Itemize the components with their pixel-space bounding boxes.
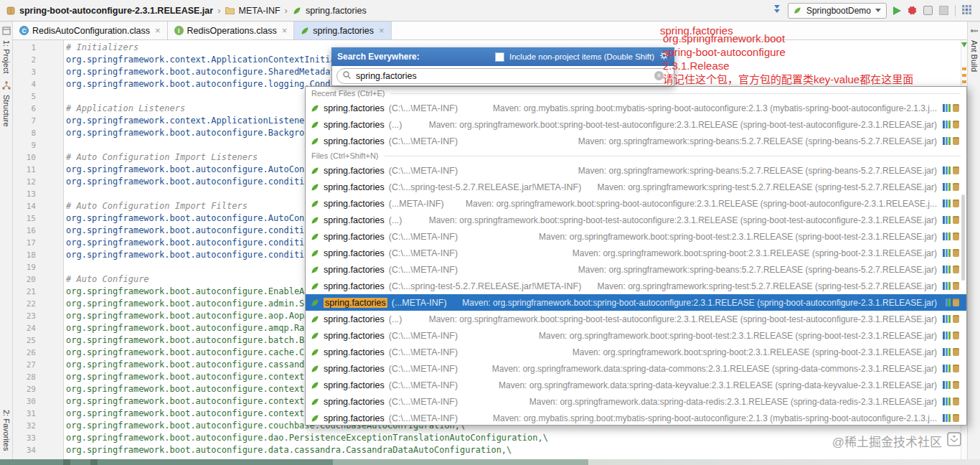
- spring-leaf-icon: [311, 398, 319, 406]
- spring-leaf-icon: [311, 137, 319, 146]
- search-result-row[interactable]: spring.factories (C:\...\META-INF) Maven…: [306, 245, 966, 261]
- line-number: 15: [13, 212, 37, 225]
- jar-icon: [953, 249, 959, 257]
- result-maven-info: Maven: org.springframework.boot:spring-b…: [564, 347, 937, 357]
- search-result-row[interactable]: spring.factories (C:\...\META-INF) Maven…: [306, 344, 966, 360]
- search-result-row[interactable]: spring.factories (...META-INF) Maven: or…: [306, 294, 966, 311]
- window-icon[interactable]: [2, 25, 11, 34]
- search-result-row[interactable]: spring.factories (C:\...\META-INF) Maven…: [306, 162, 966, 179]
- tool-window-button-favorites[interactable]: 2: Favorites: [2, 410, 11, 451]
- search-box[interactable]: ×: [336, 68, 669, 84]
- spring-leaf-icon: [311, 332, 319, 340]
- result-trailing-icons: [943, 199, 959, 207]
- code-line[interactable]: org.springframework.context.ApplicationL…: [66, 115, 320, 127]
- search-result-row[interactable]: spring.factories (C:\...\META-INF) Maven…: [306, 360, 966, 377]
- structure-icon[interactable]: [2, 80, 11, 88]
- search-result-row[interactable]: spring.factories (C:\...\META-INF) Maven…: [306, 228, 966, 245]
- result-filename: spring.factories: [324, 182, 385, 192]
- spring-leaf-icon: [311, 282, 319, 291]
- code-line-row: 34 org.springframework.boot.autoconfigur…: [13, 444, 961, 456]
- search-result-row[interactable]: spring.factories (...) Maven: org.spring…: [306, 212, 966, 228]
- search-result-row[interactable]: spring.factories (...) Maven: org.spring…: [306, 311, 966, 327]
- result-filename: spring.factories: [324, 298, 387, 308]
- jar-icon: [953, 348, 959, 356]
- line-number: 32: [13, 420, 37, 432]
- tab-redis-auto-configuration[interactable]: C RedisAutoConfiguration.class ×: [13, 22, 168, 39]
- code-line[interactable]: # Initializers: [66, 42, 138, 54]
- search-result-row[interactable]: spring.factories (C:\...spring-test-5.2.…: [306, 179, 966, 195]
- line-number: 12: [13, 176, 37, 188]
- warning-marker[interactable]: [962, 80, 966, 83]
- line-number: 1: [13, 42, 37, 54]
- coverage-icon[interactable]: [923, 6, 933, 15]
- search-result-row[interactable]: spring.factories (C:\...\META-INF) Maven…: [306, 377, 966, 393]
- spring-leaf-icon: [311, 381, 319, 390]
- warning-marker[interactable]: [962, 74, 966, 77]
- tool-windows-grid-icon[interactable]: [962, 5, 971, 17]
- code-line[interactable]: # Auto Configuration Import Listeners: [66, 151, 258, 164]
- result-filename: spring.factories: [324, 364, 385, 374]
- breadcrumb-file[interactable]: spring.factories: [306, 6, 367, 16]
- line-number: 22: [13, 298, 37, 310]
- juejin-logo-icon: [947, 432, 961, 450]
- run-button[interactable]: [893, 6, 901, 15]
- close-tab-icon[interactable]: ×: [282, 25, 288, 36]
- code-line[interactable]: org.springframework.boot.autoconfigure.d…: [66, 444, 512, 456]
- profiler-splat-icon[interactable]: [908, 6, 917, 15]
- tab-label: RedisOperations.class: [187, 26, 277, 36]
- chevron-right-icon: ›: [284, 5, 288, 16]
- result-trailing-icons: [943, 137, 959, 145]
- spring-leaf-icon: [311, 299, 319, 307]
- line-number: 13: [13, 188, 37, 200]
- close-tab-icon[interactable]: ×: [155, 25, 161, 36]
- tool-window-button-ant-build[interactable]: Ant Build: [970, 40, 979, 72]
- result-maven-info: Maven: org.springframework.boot:spring-b…: [457, 199, 937, 209]
- code-line[interactable]: org.springframework.boot.autoconfigure.d…: [66, 432, 548, 444]
- tab-spring-factories[interactable]: spring.factories ×: [294, 22, 391, 39]
- code-line[interactable]: # Auto Configure: [66, 273, 149, 286]
- line-number: 19: [13, 261, 37, 273]
- update-project-icon[interactable]: [773, 4, 781, 17]
- search-result-row[interactable]: spring.factories (C:\...\META-INF) Maven…: [306, 100, 966, 116]
- tab-redis-operations[interactable]: I RedisOperations.class ×: [168, 22, 295, 39]
- search-input[interactable]: [356, 70, 650, 82]
- spring-leaf-icon: [311, 365, 319, 373]
- search-result-row[interactable]: spring.factories (C:\...\META-INF) Maven…: [306, 327, 966, 344]
- search-result-row[interactable]: spring.factories (...) Maven: org.spring…: [306, 116, 966, 133]
- code-line[interactable]: org.springframework.context.ApplicationC…: [66, 54, 372, 66]
- library-icon: [943, 183, 951, 191]
- result-trailing-icons: [943, 183, 959, 191]
- breadcrumb-meta-inf[interactable]: META-INF: [239, 6, 281, 16]
- search-result-row[interactable]: spring.factories (...META-INF) Maven: or…: [306, 195, 966, 212]
- search-everywhere-popup: Search Everywhere: Include non-project i…: [331, 47, 674, 86]
- search-result-row[interactable]: spring.factories (C:\...\META-INF) Maven…: [306, 410, 966, 426]
- ant-icon[interactable]: [970, 25, 979, 34]
- search-result-row[interactable]: spring.factories (C:\...spring-test-5.2.…: [306, 278, 966, 294]
- line-number: 4: [13, 78, 37, 90]
- result-maven-info: Maven: org.springframework.boot:spring-b…: [420, 314, 937, 324]
- tool-window-button-structure[interactable]: Structure: [2, 95, 11, 127]
- result-path: (C:\...\META-INF): [389, 265, 458, 275]
- search-result-row[interactable]: spring.factories (C:\...\META-INF) Maven…: [306, 393, 966, 410]
- code-line[interactable]: # Auto Configuration Import Filters: [66, 200, 248, 212]
- result-path: (C:\...\META-INF): [389, 347, 458, 357]
- annotation-line: 2.3.1.Release: [663, 59, 913, 72]
- result-filename: spring.factories: [324, 232, 385, 242]
- warning-marker[interactable]: [962, 67, 966, 70]
- result-trailing-icons: [943, 232, 959, 240]
- close-tab-icon[interactable]: ×: [379, 25, 385, 36]
- library-icon: [943, 121, 951, 128]
- code-line[interactable]: # Application Listeners: [66, 103, 185, 115]
- result-trailing-icons: [943, 104, 959, 112]
- spring-leaf-icon: [301, 27, 309, 35]
- search-result-row[interactable]: spring.factories (C:\...\META-INF) Maven…: [306, 133, 966, 149]
- status-icon: [90, 459, 98, 465]
- tool-window-button-project[interactable]: 1: Project: [2, 40, 11, 73]
- jar-icon: [953, 282, 959, 290]
- include-non-project-checkbox[interactable]: [495, 52, 504, 62]
- breadcrumb-jar[interactable]: spring-boot-autoconfigure-2.3.1.RELEASE.…: [19, 6, 213, 16]
- search-result-row[interactable]: spring.factories (C:\...\META-INF) Maven…: [306, 261, 966, 278]
- run-configuration-select[interactable]: SpringbootDemo: [788, 3, 887, 19]
- section-label: Files (Ctrl+Shift+N): [311, 151, 379, 160]
- list-scrollbar[interactable]: [961, 194, 965, 281]
